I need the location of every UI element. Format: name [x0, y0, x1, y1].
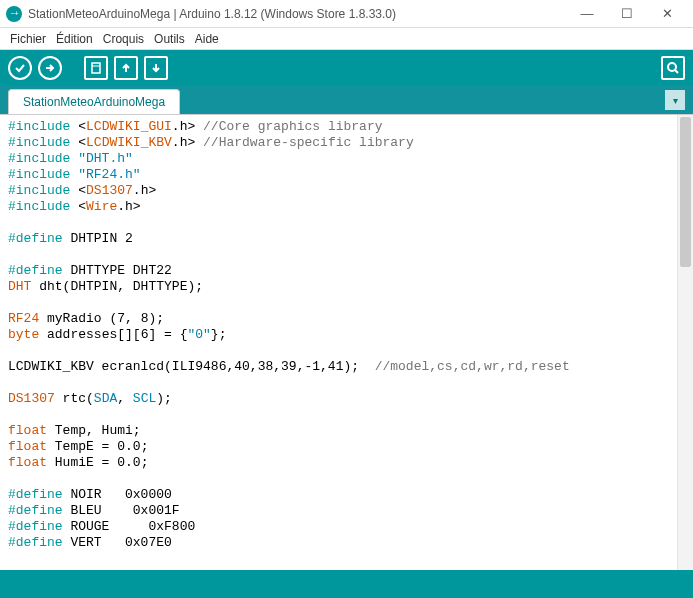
tab-bar: StationMeteoArduinoMega ▾: [0, 86, 693, 114]
scrollbar-thumb[interactable]: [680, 117, 691, 267]
menu-edit[interactable]: Édition: [56, 32, 93, 46]
menu-sketch[interactable]: Croquis: [103, 32, 144, 46]
window-titlebar: StationMeteoArduinoMega | Arduino 1.8.12…: [0, 0, 693, 28]
svg-line-3: [675, 70, 678, 73]
arrow-down-icon: [150, 62, 162, 74]
check-icon: [14, 62, 26, 74]
new-button[interactable]: [84, 56, 108, 80]
tab-main[interactable]: StationMeteoArduinoMega: [8, 89, 180, 114]
svg-rect-0: [92, 63, 100, 73]
maximize-button[interactable]: ☐: [607, 0, 647, 28]
save-button[interactable]: [144, 56, 168, 80]
menu-bar: Fichier Édition Croquis Outils Aide: [0, 28, 693, 50]
file-icon: [90, 62, 102, 74]
arrow-up-icon: [120, 62, 132, 74]
svg-point-2: [668, 63, 676, 71]
serial-monitor-button[interactable]: [661, 56, 685, 80]
close-button[interactable]: ✕: [647, 0, 687, 28]
toolbar: [0, 50, 693, 86]
upload-button[interactable]: [38, 56, 62, 80]
status-bar: [0, 570, 693, 598]
arrow-right-icon: [44, 62, 56, 74]
magnifier-icon: [666, 61, 680, 75]
open-button[interactable]: [114, 56, 138, 80]
verify-button[interactable]: [8, 56, 32, 80]
editor-area: #include <LCDWIKI_GUI.h> //Core graphics…: [0, 114, 693, 570]
arduino-icon: [6, 6, 22, 22]
minimize-button[interactable]: —: [567, 0, 607, 28]
scrollbar[interactable]: [677, 115, 693, 570]
menu-tools[interactable]: Outils: [154, 32, 185, 46]
menu-file[interactable]: Fichier: [10, 32, 46, 46]
code-editor[interactable]: #include <LCDWIKI_GUI.h> //Core graphics…: [0, 115, 677, 570]
window-title: StationMeteoArduinoMega | Arduino 1.8.12…: [28, 7, 396, 21]
menu-help[interactable]: Aide: [195, 32, 219, 46]
tab-dropdown-button[interactable]: ▾: [665, 90, 685, 110]
